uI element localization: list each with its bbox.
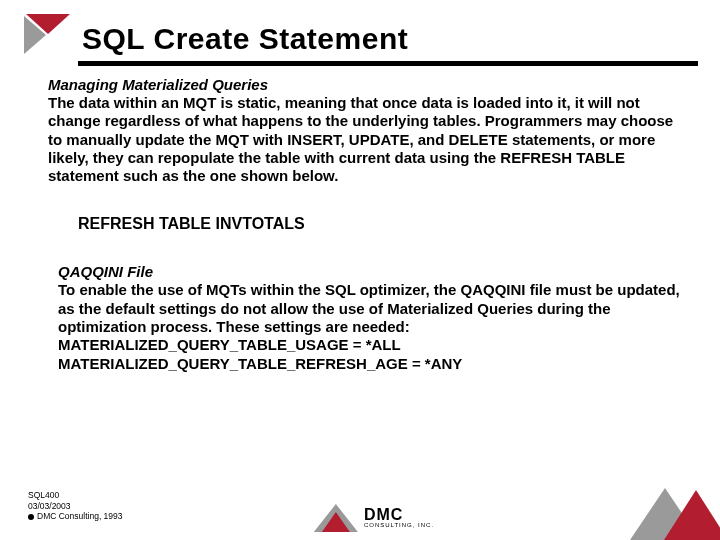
setting-line-2: MATERIALIZED_QUERY_TABLE_REFRESH_AGE = *… [58, 355, 680, 373]
section2: QAQQINI File To enable the use of MQTs w… [48, 263, 690, 372]
logo-sub: CONSULTING, INC. [364, 522, 434, 528]
page-title: SQL Create Statement [82, 22, 408, 58]
logo-triangle-icon [314, 502, 358, 532]
section1-paragraph: The data within an MQT is static, meanin… [48, 94, 690, 185]
slide-header: SQL Create Statement [0, 0, 720, 66]
setting-line-1: MATERIALIZED_QUERY_TABLE_USAGE = *ALL [58, 336, 680, 354]
footer-logo: DMC CONSULTING, INC. [314, 502, 434, 532]
bullet-icon [28, 514, 34, 520]
corner-logo-icon [18, 10, 78, 58]
footer-copyright: DMC Consulting, 1993 [37, 511, 123, 522]
title-row: SQL Create Statement [0, 10, 720, 58]
code-statement: REFRESH TABLE INVTOTALS [78, 215, 690, 233]
section1-heading: Managing Materialized Queries [48, 76, 690, 93]
title-underline [78, 61, 698, 66]
logo-text-wrap: DMC CONSULTING, INC. [364, 506, 434, 528]
section2-paragraph: To enable the use of MQTs within the SQL… [58, 281, 680, 336]
corner-bottom-right-icon [600, 470, 720, 540]
section2-heading: QAQQINI File [58, 263, 680, 280]
slide-body: Managing Materialized Queries The data w… [0, 66, 720, 373]
